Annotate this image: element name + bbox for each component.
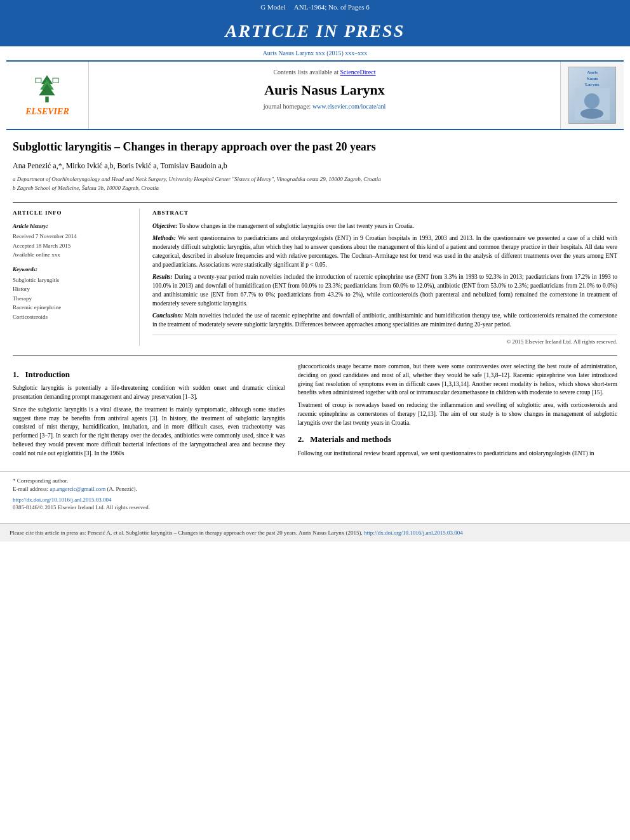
body-content: 1. Introduction Subglottic laryngitis is…	[13, 363, 617, 462]
doi-link[interactable]: http://dx.doi.org/10.1016/j.anl.2015.03.…	[13, 497, 112, 503]
objective-label: Objective:	[152, 223, 178, 229]
article-info-column: ARTICLE INFO Article history: Received 7…	[13, 209, 140, 346]
corresponding-label: * Corresponding author.	[13, 477, 68, 484]
intro-heading: 1. Introduction	[13, 369, 285, 380]
keywords-heading: Keywords:	[13, 265, 130, 274]
keyword-4: Racemic epinephrine	[13, 303, 130, 312]
abstract-content: Objective: To show changes in the manage…	[152, 222, 617, 346]
results-label: Results:	[152, 274, 173, 280]
article-in-press-banner: ARTICLE IN PRESS	[0, 15, 630, 46]
affiliation-b: b Zagreb School of Medicine, Šalata 3b, …	[13, 184, 617, 192]
conclusion-label: Conclusion:	[152, 312, 183, 319]
abstract-conclusion: Conclusion: Main novelties included the …	[152, 312, 617, 330]
accepted-date: Accepted 18 March 2015	[13, 242, 130, 250]
svg-rect-5	[53, 78, 59, 83]
elsevier-brand-text: ELSEVIER	[25, 105, 69, 118]
intro-para-1-text: Subglottic laryngitis is potentially a l…	[13, 385, 285, 400]
section-divider	[13, 356, 617, 356]
abstract-methods: Methods: We sent questionnaires to paedi…	[152, 234, 617, 269]
article-info-heading: ARTICLE INFO	[13, 209, 130, 217]
email-label: E-mail address:	[13, 486, 48, 492]
materials-para-1: Following our institutional review board…	[298, 450, 617, 458]
keyword-3: Therapy	[13, 295, 130, 303]
article-title: Subglottic laryngitis – Changes in thera…	[13, 140, 617, 154]
body-right-column: glucocorticoids usage became more common…	[298, 363, 617, 462]
intro-right-para-2-text: Treatment of croup is nowadays based on …	[298, 402, 617, 426]
anl-cover-image: Auris Nasus Larynx	[568, 67, 616, 124]
journal-homepage: journal homepage: www.elsevier.com/locat…	[89, 102, 560, 111]
article-info-abstract-section: ARTICLE INFO Article history: Received 7…	[13, 202, 617, 346]
svg-point-8	[580, 109, 603, 119]
svg-marker-3	[39, 84, 55, 95]
svg-rect-4	[36, 78, 41, 83]
abstract-copyright: © 2015 Elsevier Ireland Ltd. All rights …	[152, 335, 617, 346]
materials-title: Materials and methods	[310, 434, 391, 444]
contents-label: Contents lists available at	[273, 69, 338, 76]
affiliations: a Department of Otorhinolaryngology and …	[13, 175, 617, 192]
article-in-press-text: ARTICLE IN PRESS	[225, 21, 405, 41]
materials-number: 2.	[298, 434, 304, 444]
journal-header: ELSEVIER Contents lists available at Sci…	[6, 60, 624, 130]
abstract-results: Results: During a twenty-year period mai…	[152, 273, 617, 308]
intro-para-2: Since the subglottic laryngitis is a vir…	[13, 406, 285, 458]
g-model-line: G Model	[260, 3, 285, 11]
materials-para-1-text: Following our institutional review board…	[298, 450, 594, 457]
doi-text: Auris Nasus Larynx xxx (2015) xxx–xxx	[263, 50, 368, 57]
keyword-2: History	[13, 285, 130, 293]
contents-line: Contents lists available at ScienceDirec…	[89, 68, 560, 77]
top-banner: G Model ANL-1964; No. of Pages 6	[0, 0, 630, 15]
anl-line: ANL-1964; No. of Pages 6	[294, 3, 370, 11]
conclusion-text: Main novelties included the use of racem…	[152, 312, 617, 328]
email-line: E-mail address: ap.angercic@gmail.com (A…	[13, 485, 617, 493]
email-name: (A. Penezić).	[107, 486, 137, 492]
intro-right-para-1: glucocorticoids usage became more common…	[298, 363, 617, 397]
svg-rect-0	[46, 97, 49, 102]
history-label: Article history:	[13, 222, 130, 230]
intro-right-para-1-text: glucocorticoids usage became more common…	[298, 363, 617, 396]
intro-right-para-2: Treatment of croup is nowadays based on …	[298, 401, 617, 427]
journal-center: Contents lists available at ScienceDirec…	[89, 62, 560, 129]
elsevier-tree-icon	[31, 72, 63, 104]
abstract-column: ABSTRACT Objective: To show changes in t…	[152, 209, 617, 346]
affiliation-a: a Department of Otorhinolaryngology and …	[13, 175, 617, 183]
methods-text: We sent questionnaires to paediatricians…	[152, 235, 617, 267]
footnote-section: * Corresponding author. E-mail address: …	[0, 471, 630, 516]
bottom-citation-text: Please cite this article in press as: Pe…	[10, 530, 363, 536]
issn-line: 0385-8146/© 2015 Elsevier Ireland Ltd. A…	[13, 503, 617, 512]
intro-title: Introduction	[25, 370, 70, 379]
intro-number: 1.	[13, 370, 19, 379]
sciencedirect-text: ScienceDirect	[340, 69, 375, 76]
doi-footnote: http://dx.doi.org/10.1016/j.anl.2015.03.…	[13, 496, 617, 504]
received-date: Received 7 November 2014	[13, 232, 130, 241]
corresponding-author-note: * Corresponding author.	[13, 477, 617, 485]
materials-heading: 2. Materials and methods	[298, 434, 617, 445]
abstract-objective: Objective: To show changes in the manage…	[152, 222, 617, 231]
journal-cover-right: Auris Nasus Larynx	[560, 62, 624, 129]
page: G Model ANL-1964; No. of Pages 6 ARTICLE…	[0, 0, 630, 840]
body-left-column: 1. Introduction Subglottic laryngitis is…	[13, 363, 285, 462]
main-content: Subglottic laryngitis – Changes in thera…	[0, 130, 630, 472]
homepage-label: journal homepage:	[264, 103, 311, 110]
bottom-doi-link[interactable]: http://dx.doi.org/10.1016/j.anl.2015.03.…	[364, 530, 463, 536]
authors-line: Ana Penezić a,*, Mirko Ivkić a,b, Boris …	[13, 161, 617, 171]
elsevier-logo-area: ELSEVIER	[6, 62, 89, 129]
elsevier-logo: ELSEVIER	[25, 72, 69, 118]
authors-text: Ana Penezić a,*, Mirko Ivkić a,b, Boris …	[13, 161, 227, 170]
intro-para-1: Subglottic laryngitis is potentially a l…	[13, 384, 285, 402]
homepage-url[interactable]: www.elsevier.com/locate/anl	[312, 103, 385, 110]
keyword-5: Corticosteroids	[13, 313, 130, 321]
email-link[interactable]: ap.angercic@gmail.com	[50, 486, 105, 492]
abstract-heading: ABSTRACT	[152, 209, 617, 217]
results-text: During a twenty-year period main novelti…	[152, 274, 617, 306]
bottom-citation-bar: Please cite this article in press as: Pe…	[0, 523, 630, 542]
keyword-1: Subglottic laryngitis	[13, 276, 130, 284]
journal-title: Auris Nasus Larynx	[89, 81, 560, 100]
intro-para-2-text: Since the subglottic laryngitis is a vir…	[13, 406, 285, 457]
svg-point-7	[584, 93, 600, 109]
cover-graphic-icon	[575, 88, 610, 120]
sciencedirect-link[interactable]: ScienceDirect	[340, 69, 375, 76]
methods-label: Methods:	[152, 235, 176, 241]
doi-line: Auris Nasus Larynx xxx (2015) xxx–xxx	[0, 46, 630, 60]
available-online: Available online xxx	[13, 251, 130, 259]
objective-text: To show changes in the management of sub…	[179, 223, 414, 229]
